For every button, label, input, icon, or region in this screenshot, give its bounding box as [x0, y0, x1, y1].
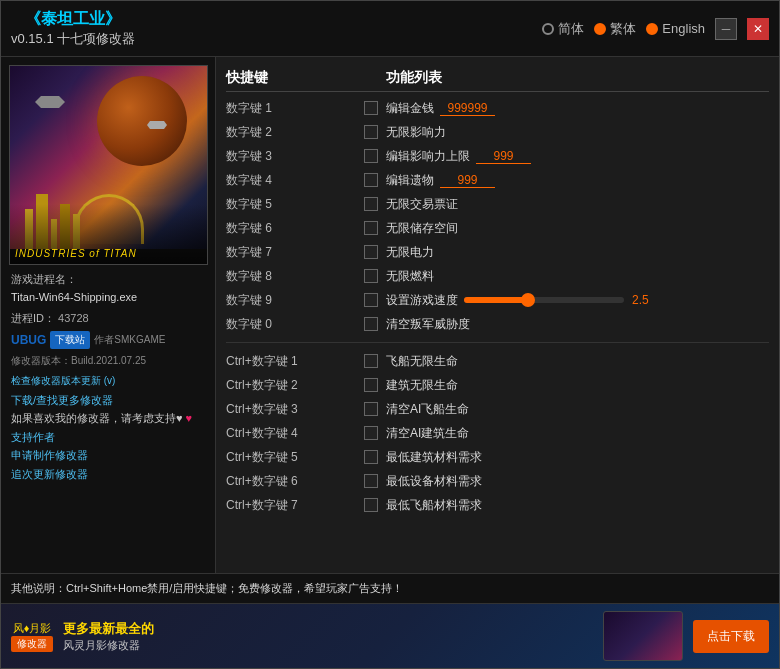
- title-right: 简体 繁体 English ─ ✕: [542, 18, 769, 40]
- ship2-decoration: [147, 121, 167, 129]
- title-left: 《泰坦工业》 v0.15.1 十七项修改器: [11, 9, 135, 48]
- lang-english[interactable]: English: [646, 21, 705, 36]
- feature-cell: 清空叛军威胁度: [386, 316, 769, 333]
- author-link[interactable]: 支持作者: [11, 429, 205, 446]
- key-label: Ctrl+数字键 5: [226, 449, 356, 466]
- checkbox-cell: [356, 293, 386, 307]
- feature-cell: 无限交易票证: [386, 196, 769, 213]
- ad-title: 更多最新最全的: [63, 620, 593, 638]
- game-logo-text: INDUSTRIES of TITAN: [15, 248, 137, 259]
- lang-simplified[interactable]: 简体: [542, 20, 584, 38]
- relic-input[interactable]: [440, 173, 495, 188]
- checkbox-cell: [356, 354, 386, 368]
- feature-cell: 无限储存空间: [386, 220, 769, 237]
- slider-fill: [464, 297, 528, 303]
- checkbox-cell: [356, 197, 386, 211]
- table-row: 数字键 3 编辑影响力上限: [226, 144, 769, 168]
- app-title: 《泰坦工业》: [25, 9, 121, 30]
- ad-banner: 风♦月影 修改器 更多最新最全的 风灵月影修改器 点击下载: [1, 603, 779, 668]
- table-row: 数字键 6 无限储存空间: [226, 216, 769, 240]
- support-text: 如果喜欢我的修改器，请考虑支持♥ ♥: [11, 410, 205, 427]
- checkbox-5[interactable]: [364, 197, 378, 211]
- feature-cell: 编辑遗物: [386, 172, 769, 189]
- slider-value: 2.5: [632, 293, 657, 307]
- table-row: 数字键 2 无限影响力: [226, 120, 769, 144]
- ad-text-container: 更多最新最全的 风灵月影修改器: [63, 620, 593, 653]
- ad-logo-badge: 修改器: [11, 636, 53, 652]
- key-label: Ctrl+数字键 3: [226, 401, 356, 418]
- checkbox-4[interactable]: [364, 173, 378, 187]
- ubug-row: UBUG 下载站 作者SMKGAME: [11, 331, 205, 350]
- checkbox-ctrl-2[interactable]: [364, 378, 378, 392]
- checkbox-ctrl-7[interactable]: [364, 498, 378, 512]
- app-container: 《泰坦工业》 v0.15.1 十七项修改器 简体 繁体 English ─ ✕: [0, 0, 780, 669]
- feature-cell: 编辑金钱: [386, 100, 769, 117]
- checkbox-cell: [356, 101, 386, 115]
- checkbox-8[interactable]: [364, 269, 378, 283]
- table-row: 数字键 8 无限燃料: [226, 264, 769, 288]
- request-link[interactable]: 申请制作修改器: [11, 447, 205, 464]
- version-check-link[interactable]: 检查修改器版本更新 (v): [11, 375, 115, 386]
- minimize-button[interactable]: ─: [715, 18, 737, 40]
- update-link[interactable]: 追次更新修改器: [11, 466, 205, 483]
- game-info: 游戏进程名： Titan-Win64-Shipping.exe 进程ID： 43…: [9, 265, 207, 490]
- radio-traditional: [594, 23, 606, 35]
- feature-cell: 建筑无限生命: [386, 377, 769, 394]
- checkbox-1[interactable]: [364, 101, 378, 115]
- key-label: 数字键 8: [226, 268, 356, 285]
- checkbox-cell: [356, 402, 386, 416]
- main-content: INDUSTRIES of TITAN 游戏进程名： Titan-Win64-S…: [1, 57, 779, 573]
- feature-cell: 无限影响力: [386, 124, 769, 141]
- key-label: 数字键 4: [226, 172, 356, 189]
- artwork-container: INDUSTRIES of TITAN: [10, 66, 207, 264]
- checkbox-cell: [356, 317, 386, 331]
- key-label: Ctrl+数字键 4: [226, 425, 356, 442]
- title-bar: 《泰坦工业》 v0.15.1 十七项修改器 简体 繁体 English ─ ✕: [1, 1, 779, 57]
- checkbox-3[interactable]: [364, 149, 378, 163]
- table-row: Ctrl+数字键 1 飞船无限生命: [226, 349, 769, 373]
- ad-game-preview: [603, 611, 683, 661]
- game-name-label: 游戏进程名：: [11, 271, 205, 289]
- checkbox-2[interactable]: [364, 125, 378, 139]
- checkbox-ctrl-5[interactable]: [364, 450, 378, 464]
- table-row: Ctrl+数字键 3 清空AI飞船生命: [226, 397, 769, 421]
- checkbox-ctrl-6[interactable]: [364, 474, 378, 488]
- key-label: Ctrl+数字键 6: [226, 473, 356, 490]
- key-label: 数字键 6: [226, 220, 356, 237]
- image-overlay: INDUSTRIES of TITAN: [10, 204, 207, 264]
- lang-traditional[interactable]: 繁体: [594, 20, 636, 38]
- checkbox-0[interactable]: [364, 317, 378, 331]
- checkbox-cell: [356, 474, 386, 488]
- close-button[interactable]: ✕: [747, 18, 769, 40]
- money-input[interactable]: [440, 101, 495, 116]
- key-label: 数字键 3: [226, 148, 356, 165]
- radio-english: [646, 23, 658, 35]
- ship1-decoration: [35, 96, 65, 108]
- download-link[interactable]: 下载/查找更多修改器: [11, 392, 205, 409]
- key-label: 数字键 2: [226, 124, 356, 141]
- ad-logo-top: 风♦月影: [13, 621, 52, 636]
- checkbox-6[interactable]: [364, 221, 378, 235]
- pid-value: 43728: [58, 312, 89, 324]
- key-label: 数字键 1: [226, 100, 356, 117]
- checkbox-ctrl-1[interactable]: [364, 354, 378, 368]
- left-panel: INDUSTRIES of TITAN 游戏进程名： Titan-Win64-S…: [1, 57, 216, 573]
- checkbox-7[interactable]: [364, 245, 378, 259]
- ad-subtitle: 风灵月影修改器: [63, 638, 593, 653]
- right-panel: 快捷键 功能列表 数字键 1 编辑金钱 数字键 2: [216, 57, 779, 573]
- ubug-brand: UBUG: [11, 331, 46, 350]
- checkbox-ctrl-3[interactable]: [364, 402, 378, 416]
- checkbox-cell: [356, 245, 386, 259]
- speed-slider-container: 2.5: [464, 293, 657, 307]
- ad-download-button[interactable]: 点击下载: [693, 620, 769, 653]
- table-row: Ctrl+数字键 6 最低设备材料需求: [226, 469, 769, 493]
- checkbox-9[interactable]: [364, 293, 378, 307]
- table-row: 数字键 0 清空叛军威胁度: [226, 312, 769, 336]
- col-function-header: 功能列表: [386, 69, 769, 87]
- influence-limit-input[interactable]: [476, 149, 531, 164]
- checkbox-ctrl-4[interactable]: [364, 426, 378, 440]
- key-label: 数字键 0: [226, 316, 356, 333]
- slider-thumb[interactable]: [521, 293, 535, 307]
- version-info: 修改器版本：Build.2021.07.25: [11, 353, 205, 369]
- feature-cell: 无限燃料: [386, 268, 769, 285]
